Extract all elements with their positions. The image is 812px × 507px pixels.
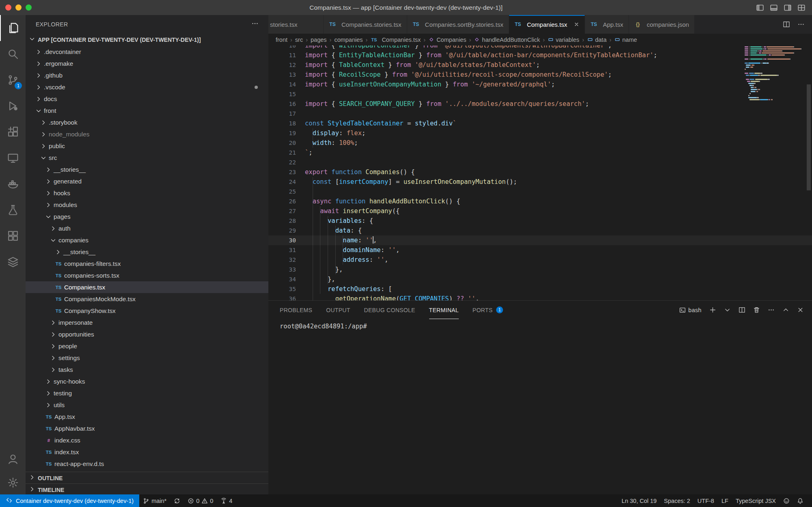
tree-item-auth[interactable]: auth [26, 222, 268, 234]
tree-item-appnavbar-tsx[interactable]: TSAppNavbar.tsx [26, 423, 268, 434]
chevron-down-icon[interactable] [724, 306, 731, 313]
tree-item-hooks[interactable]: hooks [26, 187, 268, 199]
tree-item-companies-filters-tsx[interactable]: TScompanies-filters.tsx [26, 258, 268, 270]
line-number[interactable]: 30 [268, 235, 296, 245]
layout-sidebar-left-icon[interactable] [756, 4, 764, 12]
code-line-18[interactable]: 18const StyledTableContainer = styled.di… [268, 119, 812, 128]
line-number[interactable]: 35 [268, 284, 296, 294]
code-line-31[interactable]: 31 domainName: '', [268, 245, 812, 255]
line-number[interactable]: 28 [268, 216, 296, 226]
tree-item-react-app-env-d-ts[interactable]: TSreact-app-env.d.ts [26, 458, 268, 470]
line-number[interactable]: 24 [268, 177, 296, 187]
code-line-27[interactable]: 27 await insertCompany({ [268, 206, 812, 216]
trash-icon[interactable] [753, 306, 760, 313]
terminal[interactable]: root@0a42ecd84891:/app# [268, 319, 812, 330]
line-number[interactable]: 34 [268, 274, 296, 284]
outline-section[interactable]: OUTLINE [26, 472, 268, 484]
status-encoding[interactable]: UTF-8 [694, 494, 718, 507]
line-number[interactable]: 33 [268, 265, 296, 274]
tab-app-tsx[interactable]: TSApp.tsx [585, 15, 629, 34]
line-number[interactable]: 25 [268, 187, 296, 196]
activity-references[interactable] [0, 249, 26, 275]
tree-item-front[interactable]: front [26, 105, 268, 117]
activity-panels[interactable] [0, 223, 26, 249]
tree-item-modules[interactable]: modules [26, 199, 268, 211]
explorer-more-actions[interactable] [251, 20, 259, 29]
code-line-22[interactable]: 22 [268, 157, 812, 167]
breadcrumb-item-front[interactable]: front [276, 37, 287, 43]
status-ports[interactable]: 4 [217, 494, 236, 507]
chevron-up-icon[interactable] [782, 306, 789, 313]
tree-item-docs[interactable]: docs [26, 93, 268, 105]
activity-accounts[interactable] [0, 447, 26, 471]
plus-icon[interactable] [709, 306, 716, 313]
explorer-section-header[interactable]: APP [CONTAINER DEV-TWENTY-DEV (DEV-TWENT… [26, 34, 268, 45]
code-line-20[interactable]: 20 width: 100%; [268, 138, 812, 148]
code-line-13[interactable]: 13import { RecoilScope } from '@/ui/util… [268, 70, 812, 80]
code-line-19[interactable]: 19 display: flex; [268, 128, 812, 138]
line-number[interactable]: 23 [268, 167, 296, 177]
editor[interactable]: 10import { WithTopBarContainer } from '@… [268, 45, 812, 300]
shell-selector[interactable]: bash [679, 307, 702, 313]
tree-item-tasks[interactable]: tasks [26, 364, 268, 375]
tree-item-generated[interactable]: generated [26, 175, 268, 187]
activity-testing[interactable] [0, 197, 26, 223]
breadcrumb-item-companies[interactable]: Companies [428, 37, 466, 43]
tree-item-companies[interactable]: companies [26, 234, 268, 246]
line-number[interactable]: 29 [268, 226, 296, 235]
line-number[interactable]: 22 [268, 157, 296, 167]
code-line-36[interactable]: 36 getOperationName(GET_COMPANIES) ?? ''… [268, 294, 812, 300]
breadcrumb-item-companies-tsx[interactable]: TSCompanies.tsx [370, 37, 421, 43]
ellipsis-icon[interactable] [768, 306, 775, 313]
tree-item-stories[interactable]: __stories__ [26, 246, 268, 258]
breadcrumb-item-companies[interactable]: companies [334, 37, 363, 43]
status-notifications[interactable] [793, 494, 807, 507]
line-number[interactable]: 21 [268, 148, 296, 157]
tree-item-utils[interactable]: utils [26, 399, 268, 411]
code-line-16[interactable]: 16import { SEARCH_COMPANY_QUERY } from '… [268, 99, 812, 109]
close-icon[interactable] [797, 306, 804, 313]
status-sync[interactable] [170, 494, 184, 507]
tree-item-testing[interactable]: testing [26, 387, 268, 399]
line-number[interactable]: 27 [268, 206, 296, 216]
tab-companies-tsx[interactable]: TSCompanies.tsx [509, 15, 585, 34]
code-line-23[interactable]: 23export function Companies() { [268, 167, 812, 177]
activity-search[interactable] [0, 41, 26, 67]
activity-source-control[interactable]: 1 [0, 67, 26, 93]
line-number[interactable]: 12 [268, 60, 296, 70]
line-number[interactable]: 19 [268, 128, 296, 138]
close-icon[interactable] [574, 22, 579, 27]
code-line-28[interactable]: 28 variables: { [268, 216, 812, 226]
code-line-24[interactable]: 24 const [insertCompany] = useInsertOneC… [268, 177, 812, 187]
line-number[interactable]: 18 [268, 119, 296, 128]
tree-item-app-tsx[interactable]: TSApp.tsx [26, 411, 268, 423]
status-branch[interactable]: main* [139, 494, 170, 507]
tree-item-index-tsx[interactable]: TSindex.tsx [26, 446, 268, 458]
line-number[interactable]: 14 [268, 80, 296, 89]
line-number[interactable]: 31 [268, 245, 296, 255]
tree-item-github[interactable]: .github [26, 69, 268, 81]
activity-docker[interactable] [0, 171, 26, 197]
tree-item-companiesmockmode-tsx[interactable]: TSCompaniesMockMode.tsx [26, 293, 268, 305]
line-number[interactable]: 32 [268, 255, 296, 265]
code-line-15[interactable]: 15 [268, 89, 812, 99]
tab-companies-json[interactable]: {}companies.json [629, 15, 695, 34]
split-editor-icon[interactable] [739, 306, 745, 313]
layout-grid-icon[interactable] [797, 4, 806, 12]
line-number[interactable]: 11 [268, 50, 296, 60]
code-line-30[interactable]: 30 name: '', [268, 235, 812, 245]
tree-item-public[interactable]: public [26, 140, 268, 152]
activity-run-debug[interactable] [0, 93, 26, 119]
tree-item-pages[interactable]: pages [26, 211, 268, 222]
code-line-10[interactable]: 10import { WithTopBarContainer } from '@… [268, 45, 812, 50]
code-line-25[interactable]: 25 [268, 187, 812, 196]
tree-item-sync-hooks[interactable]: sync-hooks [26, 375, 268, 387]
code-line-32[interactable]: 32 address: '', [268, 255, 812, 265]
code-line-11[interactable]: 11import { EntityTableActionBar } from '… [268, 50, 812, 60]
code-line-29[interactable]: 29 data: { [268, 226, 812, 235]
status-language[interactable]: TypeScript JSX [732, 494, 780, 507]
tree-item-node-modules[interactable]: node_modules [26, 128, 268, 140]
code-line-34[interactable]: 34 }, [268, 274, 812, 284]
breadcrumb-item-variables[interactable]: variables [548, 37, 579, 43]
code-line-33[interactable]: 33 }, [268, 265, 812, 274]
